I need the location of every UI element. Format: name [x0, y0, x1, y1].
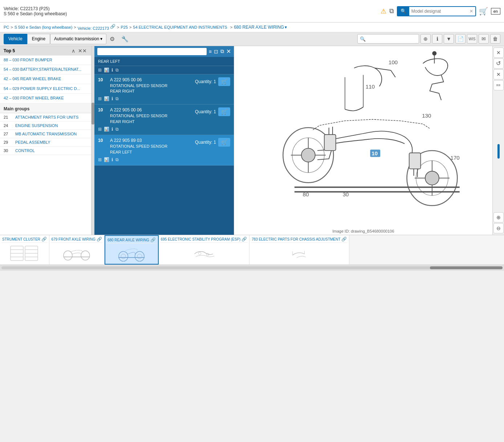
- clear-search-icon[interactable]: ✕: [467, 9, 475, 14]
- trash-icon[interactable]: 🗑: [490, 34, 500, 44]
- close-parts-btn[interactable]: ✕: [226, 48, 231, 55]
- part-code-3: A 222 905 89 03: [110, 138, 192, 143]
- info-action-3[interactable]: ℹ: [111, 157, 113, 162]
- diagram-panel: 100 110 10 130 30 80 170 Image ID: drawi…: [234, 46, 492, 235]
- thumbnail-label-2: 679 FRONT AXLE WIRING 🔗: [51, 236, 103, 243]
- add-to-cart-2[interactable]: 🛒: [218, 107, 230, 116]
- expand-icon[interactable]: ⊡: [214, 49, 218, 54]
- thumbnail-680[interactable]: 680 REAR AXLE WIRING 🔗: [105, 235, 159, 265]
- zoom-in-tool-btn[interactable]: ⊕: [493, 212, 504, 222]
- toolbar-search-input[interactable]: [368, 36, 419, 42]
- tab-engine[interactable]: Engine: [27, 34, 50, 44]
- cart-icon[interactable]: 🛒: [479, 7, 488, 16]
- chart-action-3[interactable]: 📊: [104, 157, 109, 162]
- info-icon[interactable]: ℹ: [432, 34, 442, 44]
- copy-parts-icon[interactable]: ⧉: [220, 48, 224, 54]
- group-item-29[interactable]: 29 PEDAL ASSEMBLY: [0, 138, 91, 147]
- scrollbar-area: [0, 265, 504, 271]
- top5-close-btn[interactable]: ✕✕: [77, 48, 88, 54]
- tools-icon-btn[interactable]: 🔧: [118, 34, 132, 44]
- chart-action-2[interactable]: 📊: [104, 127, 109, 132]
- model-search-input[interactable]: [409, 8, 467, 15]
- grid-action-1[interactable]: ⊞: [98, 96, 102, 101]
- email-icon[interactable]: ✉: [479, 34, 489, 44]
- thumbnail-label-4: 695 ELECTRONIC STABILITY PROGRAM (ESP) 🔗: [160, 236, 248, 243]
- chart-icon-top[interactable]: 📊: [104, 67, 109, 73]
- thumbnail-783[interactable]: 783 ELECTRIC PARTS FOR CHASSIS ADJUSTMEN…: [249, 235, 349, 265]
- group-item-27[interactable]: 27 MB AUTOMATIC TRANSMISSION: [0, 130, 91, 138]
- top5-header: Top 5 ∧ ✕✕: [0, 46, 91, 56]
- info-icon-top[interactable]: ℹ: [111, 67, 113, 73]
- thumbnail-695[interactable]: 695 ELECTRONIC STABILITY PROGRAM (ESP) 🔗: [159, 235, 249, 265]
- copy-action-1[interactable]: ⧉: [115, 96, 119, 101]
- add-to-cart-3[interactable]: 🛒: [218, 138, 230, 147]
- thumbnail-instrument-cluster[interactable]: STRUMENT CLUSTER 🔗: [0, 235, 49, 265]
- svg-point-1: [432, 52, 436, 55]
- copy-action-2[interactable]: ⧉: [115, 127, 119, 132]
- top-bar-right: ⚠ ⧉ 🔍 ✕ 🛒 en: [381, 6, 500, 16]
- add-to-cart-1[interactable]: 🛒: [218, 77, 230, 86]
- list-view-icon[interactable]: ≡: [209, 49, 212, 54]
- info-action-2[interactable]: ℹ: [111, 127, 113, 132]
- svg-text:110: 110: [366, 83, 375, 90]
- part-pos-1: 10: [98, 77, 107, 82]
- grid-icon-top[interactable]: ⊞: [98, 67, 102, 73]
- grid-action-3[interactable]: ⊞: [98, 157, 102, 162]
- group-item-30[interactable]: 30 CONTROL: [0, 147, 91, 155]
- breadcrumb-pc[interactable]: PC: [4, 25, 9, 29]
- undo-tool-btn[interactable]: ↺: [493, 58, 504, 69]
- zoom-out-tool-btn[interactable]: ⊖: [493, 223, 504, 233]
- breadcrumb-category[interactable]: 54 ELECTRICAL EQUIPMENT AND INSTRUMENTS: [133, 25, 227, 29]
- language-selector[interactable]: en: [491, 8, 500, 15]
- svg-point-43: [81, 251, 90, 260]
- close-diagram-tool-btn[interactable]: ✕: [493, 48, 504, 58]
- layers-tool-btn[interactable]: ≡≡: [493, 80, 504, 90]
- thumbnail-679[interactable]: 679 FRONT AXLE WIRING 🔗: [49, 235, 105, 265]
- top5-item-3[interactable]: 42 – 045 REAR WHEEL BRAKE: [0, 74, 91, 84]
- parts-search-input[interactable]: [97, 48, 207, 55]
- tab-vehicle[interactable]: Vehicle: [4, 34, 27, 44]
- top5-item-1[interactable]: 88 – 030 FRONT BUMPER: [0, 56, 91, 65]
- svg-text:100: 100: [389, 59, 398, 65]
- copy-icon-top[interactable]: ⧉: [115, 67, 119, 73]
- toolbar-search-btn[interactable]: 🔍: [358, 36, 368, 42]
- breadcrumb-current-dropdown[interactable]: 680 REAR AXLE WIRING ▾: [234, 25, 287, 30]
- breadcrumb-model[interactable]: S 560 e Sedan (long wheelbase): [15, 25, 73, 29]
- part-qty-3: Quantity: 1 🛒: [195, 138, 230, 147]
- group-item-24[interactable]: 24 ENGINE SUSPENSION: [0, 122, 91, 130]
- chart-action-1[interactable]: 📊: [104, 96, 109, 101]
- info-action-1[interactable]: ℹ: [111, 96, 113, 101]
- copy-action-3[interactable]: ⧉: [115, 157, 119, 162]
- wis-icon[interactable]: WIS: [467, 34, 477, 44]
- top5-item-5[interactable]: 42 – 030 FRONT WHEEL BRAKE: [0, 94, 91, 103]
- top5-item-4[interactable]: 54 – 029 POWER SUPPLY ELECTRIC D...: [0, 84, 91, 94]
- top5-collapse-btn[interactable]: ∧: [71, 48, 76, 54]
- copy-icon[interactable]: ⧉: [389, 7, 394, 15]
- part-code-2: A 222 905 00 06: [110, 107, 192, 112]
- zoom-in-icon[interactable]: ⊕: [420, 34, 431, 44]
- grid-action-2[interactable]: ⊞: [98, 127, 102, 132]
- filter-icon[interactable]: ▼: [444, 34, 454, 44]
- part-qty-1: Quantity: 1 🛒: [195, 77, 230, 86]
- settings-icon-btn[interactable]: ⚙: [106, 34, 118, 44]
- part-name-1: ROTATIONAL SPEED SENSORREAR RIGHT: [110, 83, 192, 94]
- svg-text:10: 10: [371, 150, 378, 156]
- scrollbar-track[interactable]: [1, 266, 503, 269]
- part-name-2: ROTATIONAL SPEED SENSORREAR RIGHT: [110, 113, 192, 124]
- auto-trans-label: Automatic transmission: [54, 36, 99, 41]
- sidebar-scrollbar[interactable]: [92, 46, 94, 235]
- model-search-button[interactable]: 🔍: [398, 6, 409, 16]
- tab-automatic-transmission[interactable]: Automatic transmission ▾: [50, 34, 106, 44]
- document-icon[interactable]: 📄: [455, 34, 466, 44]
- svg-text:30: 30: [343, 191, 349, 197]
- svg-point-11: [425, 171, 439, 185]
- top5-title: Top 5: [4, 48, 15, 53]
- scrollbar-thumb[interactable]: [430, 266, 503, 269]
- parts-panel: ≡ ⊡ ⧉ ✕ REAR LEFT ⊞ 📊 ℹ ⧉ 10 A 222 905 0…: [94, 46, 234, 235]
- warning-icon[interactable]: ⚠: [381, 7, 386, 15]
- breadcrumb-vehicle[interactable]: Vehicle: C222173 🔗: [78, 24, 115, 30]
- group-item-21[interactable]: 21 ATTACHMENT PARTS FOR UNITS: [0, 113, 91, 122]
- top5-item-2[interactable]: 54 – 030 BATTERY,STARTER/ALTERNAT...: [0, 65, 91, 74]
- breadcrumb-p25[interactable]: P25: [121, 25, 128, 29]
- clear-tool-btn[interactable]: ✕: [493, 69, 504, 79]
